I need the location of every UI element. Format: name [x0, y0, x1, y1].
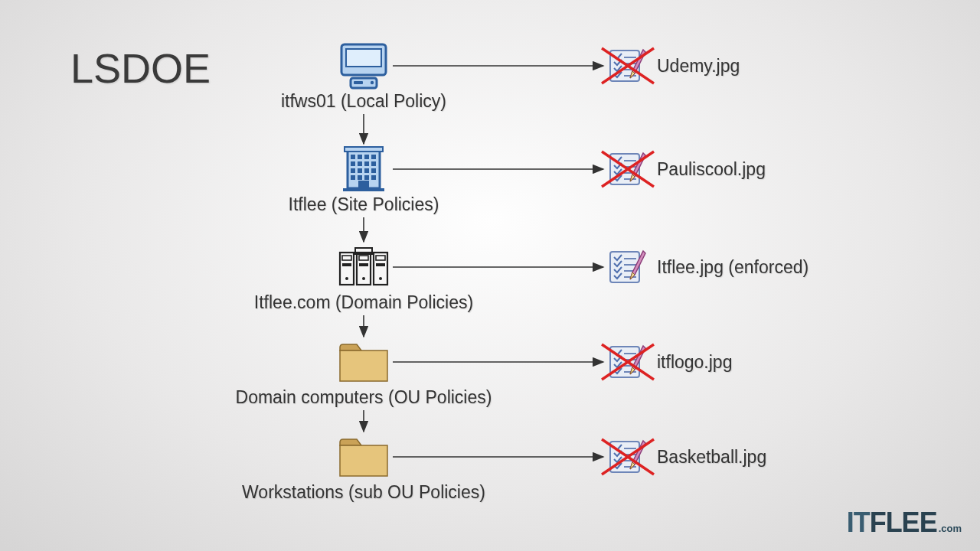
level-row: Domain computers (OU Policies)itflogo.jp… [0, 338, 980, 386]
brand-logo: ITFLEE.com [847, 507, 962, 539]
level-label: Domain computers (OU Policies) [226, 387, 501, 408]
svg-point-59 [379, 277, 382, 280]
svg-rect-22 [345, 147, 383, 152]
gpo-label: Basketball.jpg [657, 447, 766, 468]
gpo-icon [607, 151, 648, 187]
cross-out-icon [600, 343, 655, 381]
svg-rect-53 [359, 256, 368, 260]
svg-rect-74 [340, 445, 387, 476]
svg-point-55 [362, 277, 365, 280]
svg-rect-37 [364, 175, 369, 180]
level-label: Itflee (Site Policies) [226, 194, 501, 215]
svg-rect-29 [364, 161, 369, 166]
level-label: Itflee.com (Domain Policies) [226, 292, 501, 313]
svg-rect-38 [371, 175, 376, 180]
gpo-icon [607, 47, 648, 84]
gpo-label: Udemy.jpg [657, 56, 740, 77]
svg-rect-40 [343, 188, 384, 191]
svg-rect-10 [346, 49, 381, 67]
building-icon [333, 145, 394, 193]
gpo-label: itflogo.jpg [657, 352, 732, 373]
svg-rect-36 [358, 175, 362, 180]
folder-icon [333, 338, 394, 386]
svg-point-51 [345, 277, 348, 280]
svg-rect-28 [358, 161, 362, 166]
level-label: itfws01 (Local Policy) [226, 91, 501, 112]
cross-out-icon [600, 150, 655, 188]
gpo-icon [607, 439, 648, 475]
svg-rect-34 [371, 168, 376, 173]
svg-rect-32 [358, 168, 362, 173]
gpo-label: Itflee.jpg (enforced) [657, 257, 808, 278]
svg-rect-39 [358, 181, 369, 188]
svg-rect-25 [364, 155, 369, 159]
svg-rect-26 [371, 155, 376, 159]
svg-rect-66 [340, 350, 387, 381]
level-row: itfws01 (Local Policy)Udemy.jpg [0, 42, 980, 90]
gpo-label: Pauliscool.jpg [657, 159, 766, 180]
level-row: Itflee (Site Policies)Pauliscool.jpg [0, 145, 980, 193]
svg-rect-27 [351, 161, 355, 166]
svg-rect-31 [351, 168, 355, 173]
svg-rect-49 [342, 256, 351, 260]
svg-rect-30 [371, 161, 376, 166]
computer-icon [333, 42, 394, 90]
servers-icon [333, 243, 394, 291]
level-row: Itflee.com (Domain Policies)Itflee.jpg (… [0, 243, 980, 291]
gpo-icon [607, 344, 648, 380]
cross-out-icon [600, 438, 655, 476]
svg-rect-13 [354, 81, 363, 84]
svg-rect-57 [376, 256, 385, 260]
svg-rect-35 [351, 175, 355, 180]
gpo-icon [607, 249, 648, 285]
level-row: Workstations (sub OU Policies)Basketball… [0, 433, 980, 481]
cross-out-icon [600, 47, 655, 85]
svg-rect-24 [358, 155, 362, 159]
svg-rect-54 [359, 263, 368, 266]
svg-rect-58 [376, 263, 385, 266]
folder-icon [333, 433, 394, 481]
level-label: Workstations (sub OU Policies) [226, 482, 501, 503]
svg-point-12 [371, 81, 374, 84]
svg-rect-23 [351, 155, 355, 159]
svg-rect-50 [342, 263, 351, 266]
svg-rect-33 [364, 168, 369, 173]
